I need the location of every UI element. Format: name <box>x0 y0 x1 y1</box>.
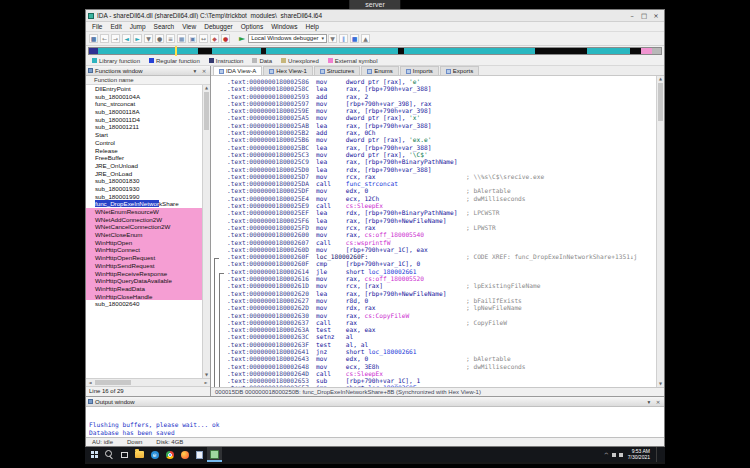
function-row-sub-1800011d4[interactable]: sub_1800011D4 <box>86 116 202 124</box>
disasm-line[interactable]: .text:000000018000263Atest eax, eax <box>227 326 656 333</box>
undo-icon[interactable]: ← <box>100 34 109 43</box>
text-search-icon[interactable]: ≡ <box>166 34 175 43</box>
function-row-sub-180001211[interactable]: sub_180001211 <box>86 123 202 131</box>
disasm-line[interactable]: .text:000000018000261Dmov rcx, [rax]; lp… <box>227 282 656 289</box>
breakpoint-icon[interactable]: ● <box>221 34 230 43</box>
redo-icon[interactable]: → <box>111 34 120 43</box>
disasm-line[interactable]: .text:0000000180002593add rax, 2 <box>227 93 656 100</box>
functions-vertical-scrollbar[interactable] <box>202 85 210 378</box>
disasm-line[interactable]: .text:00000001800025B2add rax, 0Ch <box>227 129 656 136</box>
disasm-line[interactable]: .text:0000000180002607call cs:wsprintfW <box>227 239 656 246</box>
panel-menu-button[interactable]: ▾ <box>645 398 653 406</box>
function-row-winhttpreceiveresponse[interactable]: WinHttpReceiveResponse <box>86 270 202 278</box>
scrollbar-thumb[interactable] <box>204 92 209 130</box>
menu-edit[interactable]: Edit <box>106 23 125 30</box>
scrollbar-thumb[interactable] <box>95 380 131 385</box>
taskbar-icon-ida[interactable] <box>207 447 222 462</box>
menu-jump[interactable]: Jump <box>126 23 150 30</box>
taskbar-clock[interactable]: 9:53 AM 7/30/2021 <box>626 449 652 460</box>
tab-enums[interactable]: Enums <box>361 66 399 75</box>
disasm-line[interactable]: .text:000000018000259Emov rax, [rbp+790h… <box>227 107 656 114</box>
taskbar-icon-notepad[interactable] <box>192 447 207 462</box>
disasm-line[interactable]: .text:0000000180002586mov dword ptr [rax… <box>227 78 656 85</box>
function-row-wnetcloseenum[interactable]: WNetCloseEnum <box>86 231 202 239</box>
function-row-sub-180002640[interactable]: sub_180002640 <box>86 300 202 308</box>
function-row-winhttpsendrequest[interactable]: WinHttpSendRequest <box>86 262 202 270</box>
scroll-right-icon[interactable] <box>202 380 210 385</box>
disasm-line[interactable]: .text:0000000180002616mov rax, cs:off_18… <box>227 275 656 282</box>
function-row-wnetenumresourcew[interactable]: WNetEnumResourceW <box>86 208 202 216</box>
function-row-wnetcancelconnection2w[interactable]: WNetCancelConnection2W <box>86 223 202 231</box>
tab-structures[interactable]: Structures <box>314 66 360 75</box>
tab-exports[interactable]: Exports <box>440 66 479 75</box>
close-button[interactable]: × <box>650 11 662 21</box>
tab-imports[interactable]: Imports <box>400 66 439 75</box>
scroll-left-icon[interactable] <box>86 380 94 385</box>
disasm-line[interactable]: .text:0000000180002614jle short loc_1800… <box>227 268 656 275</box>
disasm-line[interactable]: .text:00000001800025FDmov rcx, rax; LPWS… <box>227 224 656 231</box>
disasm-line[interactable]: .text:0000000180002653sub [rbp+790h+var_… <box>227 377 656 384</box>
disasm-line[interactable]: .text:00000001800025C9lea rax, [rbp+790h… <box>227 158 656 165</box>
disasm-line[interactable]: .text:000000018000260Floc_18000260F:; CO… <box>227 253 656 260</box>
back-icon[interactable]: ◄ <box>122 34 131 43</box>
function-row-winhttpquerydataavailable[interactable]: WinHttpQueryDataAvailable <box>86 277 202 285</box>
disasm-line[interactable]: .text:00000001800025EFlea rdx, [rbp+790h… <box>227 209 656 216</box>
panel-close-button[interactable]: × <box>654 398 662 406</box>
taskbar-icon-start[interactable] <box>87 447 102 462</box>
disasm-line[interactable]: .text:00000001800025C3mov dword ptr [rax… <box>227 151 656 158</box>
output-window-titlebar[interactable]: Output window ▾× <box>86 397 664 407</box>
menu-view[interactable]: View <box>178 23 200 30</box>
function-row-sub-180001830[interactable]: sub_180001830 <box>86 177 202 185</box>
action-center-button[interactable] <box>656 447 662 462</box>
function-row-func-dropexeinnetworkshare[interactable]: func_DropExeInNetworkShare <box>86 200 202 208</box>
tab-ida-view-a[interactable]: IDA View-A <box>213 66 262 75</box>
taskbar-icon-task-view[interactable] <box>117 447 132 462</box>
function-row-dllentrypoint[interactable]: DllEntryPoint <box>86 85 202 93</box>
menu-options[interactable]: Options <box>237 23 267 30</box>
pause-icon[interactable]: ‖ <box>339 34 348 43</box>
attach-icon[interactable]: ▲ <box>361 34 370 43</box>
function-row-winhttpopen[interactable]: WinHttpOpen <box>86 239 202 247</box>
disasm-line[interactable]: .text:0000000180002641jnz short loc_1800… <box>227 348 656 355</box>
output-log[interactable]: Flushing buffers, please wait... okDatab… <box>86 407 664 437</box>
enums-icon[interactable]: ▣ <box>188 34 197 43</box>
disasm-line[interactable]: .text:000000018000260Dmov [rbp+790h+var_… <box>227 246 656 253</box>
function-row-sub-18000104a[interactable]: sub_18000104A <box>86 93 202 101</box>
disasm-line[interactable]: .text:000000018000258Clea rax, [rbp+790h… <box>227 85 656 92</box>
maximize-button[interactable]: □ <box>638 11 650 21</box>
disasm-line[interactable]: .text:00000001800025E4mov ecx, 12Ch; dwM… <box>227 195 656 202</box>
disasm-line[interactable]: .text:00000001800025D7mov rcx, rax; \\%s… <box>227 173 656 180</box>
disasm-line[interactable]: .text:0000000180002637call rax; CopyFile… <box>227 319 656 326</box>
disasm-line[interactable]: .text:00000001800025BClea rax, [rbp+790h… <box>227 144 656 151</box>
taskbar-icon-edge[interactable] <box>147 447 162 462</box>
titlebar[interactable]: IDA - shareDll64.dll (shareDll64.dll) C:… <box>86 10 664 22</box>
xrefs-icon[interactable]: ↔ <box>199 34 208 43</box>
vm-console-tab[interactable]: server <box>349 0 400 9</box>
stop-icon[interactable]: ■ <box>350 34 359 43</box>
disasm-line[interactable]: .text:00000001800025DFmov edx, 0; bAlert… <box>227 187 656 194</box>
function-row-wnetaddconnection2w[interactable]: WNetAddConnection2W <box>86 216 202 224</box>
function-row-sub-180001990[interactable]: sub_180001990 <box>86 193 202 201</box>
jump-icon[interactable]: ▼ <box>144 34 153 43</box>
function-row-winhttpreaddata[interactable]: WinHttpReadData <box>86 285 202 293</box>
disasm-line[interactable]: .text:0000000180002600mov rax, cs:off_18… <box>227 231 656 238</box>
function-row-winhttpclosehandle[interactable]: WinHttpCloseHandle <box>86 293 202 301</box>
function-row-release[interactable]: Release <box>86 147 202 155</box>
function-row-jre-onunload[interactable]: JRE_OnUnload <box>86 162 202 170</box>
tab-hex-view-1[interactable]: Hex View-1 <box>263 66 313 75</box>
panel-close-button[interactable]: × <box>200 67 208 75</box>
disasm-line[interactable]: .text:000000018000263Csetnz al <box>227 333 656 340</box>
disasm-line[interactable]: .text:00000001800025ABlea rax, [rbp+790h… <box>227 122 656 129</box>
function-row-sub-18000118a[interactable]: sub_18000118A <box>86 108 202 116</box>
taskbar-icon-chrome[interactable] <box>162 447 177 462</box>
colors-icon[interactable]: ◆ <box>210 34 219 43</box>
save-icon[interactable]: ■ <box>89 34 98 43</box>
disasm-line[interactable]: .text:0000000180002630mov rax, cs:CopyFi… <box>227 312 656 319</box>
debugger-menu-icon[interactable]: ▼ <box>328 34 337 43</box>
disasm-line[interactable]: .text:0000000180002643mov edx, 0; bAlert… <box>227 355 656 362</box>
menu-help[interactable]: Help <box>302 23 323 30</box>
menu-search[interactable]: Search <box>150 23 179 30</box>
disasm-line[interactable]: .text:00000001800025DAcall func_strconca… <box>227 180 656 187</box>
start-debugger-button[interactable]: ► <box>239 34 245 43</box>
debugger-selector[interactable]: Local Windows debugger ▾ <box>248 34 327 43</box>
